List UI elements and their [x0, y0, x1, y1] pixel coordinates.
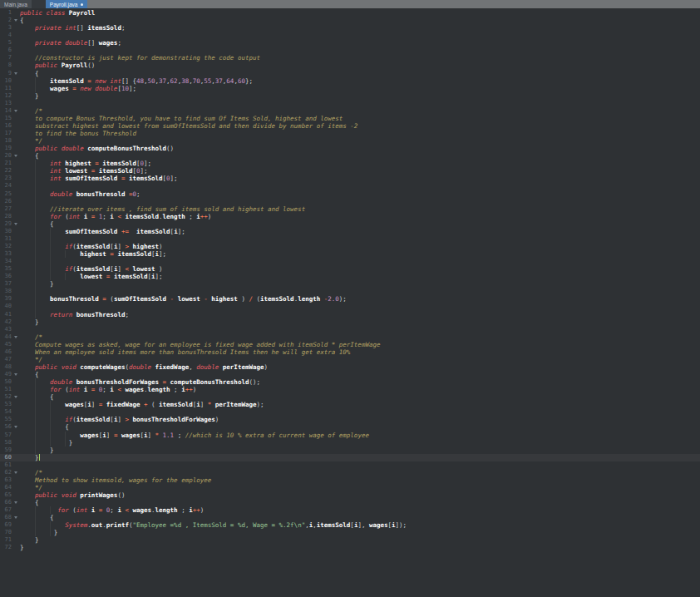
code-line[interactable]: 16substract highest and lowest from sumO… [0, 122, 700, 130]
code-text[interactable]: for (int i = 1; i < itemsSold.length ; i… [20, 213, 700, 220]
code-line[interactable]: 39bonusThresold = (sumOfItemsSold - lowe… [0, 295, 700, 303]
code-line[interactable]: 38 [0, 288, 700, 295]
code-line[interactable]: 19public double computeBonusThreshold() [0, 145, 700, 152]
fold-marker-icon[interactable] [14, 336, 17, 338]
code-line[interactable]: 25double bonusThresold =0; [0, 190, 700, 198]
fold-marker-icon[interactable] [14, 110, 17, 112]
code-text[interactable]: public void computeWages(double fixedWag… [20, 363, 700, 371]
code-text[interactable] [20, 100, 700, 107]
code-line[interactable]: 4 [0, 32, 700, 39]
fold-marker-icon[interactable] [14, 516, 17, 519]
code-text[interactable]: private int[] itemsSold; [20, 24, 700, 32]
code-text[interactable]: for (int i = 0; i < wages.length ; i++) [20, 506, 700, 514]
code-text[interactable]: } [20, 544, 700, 551]
code-line[interactable]: 69System.out.printf("Employee =%d , Item… [0, 521, 700, 529]
code-line[interactable]: 62/* [0, 469, 700, 476]
fold-marker-icon[interactable] [14, 19, 17, 22]
code-text[interactable]: } [20, 439, 700, 447]
code-text[interactable]: } [20, 447, 700, 454]
code-text[interactable]: { [20, 499, 700, 506]
code-line[interactable]: 60} [0, 454, 700, 461]
code-text[interactable]: sumOfItemsSold += itemsSold[i]; [20, 228, 700, 235]
code-line[interactable]: 5private double[] wages; [0, 39, 700, 47]
code-line[interactable]: 42} [0, 318, 700, 326]
code-text[interactable]: int sumOfItemsSold = itemsSold[0]; [20, 175, 700, 182]
code-text[interactable] [20, 47, 700, 54]
code-text[interactable]: public double computeBonusThreshold() [20, 145, 700, 152]
code-line[interactable]: 71} [0, 536, 700, 544]
code-text[interactable]: highest = itemsSold[i]; [20, 250, 700, 258]
code-text[interactable]: */ [20, 137, 700, 145]
code-line[interactable]: 64*/ [0, 484, 700, 491]
code-line[interactable]: 31 [0, 235, 700, 243]
code-text[interactable]: { [20, 393, 700, 401]
code-text[interactable]: to find the bonus Threshold [20, 130, 700, 137]
code-line[interactable]: 28for (int i = 1; i < itemsSold.length ;… [0, 213, 700, 220]
code-text[interactable]: */ [20, 356, 700, 363]
code-text[interactable]: wages = new double[10]; [20, 85, 700, 92]
code-line[interactable]: 53wages[i] = fixedWage + ( itemsSold[i] … [0, 401, 700, 408]
code-text[interactable] [20, 235, 700, 243]
code-text[interactable]: double bonusThresold =0; [20, 190, 700, 198]
code-line[interactable]: 46When an employee sold items more than … [0, 348, 700, 356]
code-line[interactable]: 33highest = itemsSold[i]; [0, 250, 700, 258]
code-line[interactable]: 30sumOfItemsSold += itemsSold[i]; [0, 228, 700, 235]
code-text[interactable]: for (int i = 0; i < wages.length ; i++) [20, 386, 700, 393]
code-text[interactable] [20, 303, 700, 310]
code-line[interactable]: 10itemsSold = new int[] {48,50,37,62,38,… [0, 77, 700, 85]
code-line[interactable]: 36lowest = itemsSold[i]; [0, 273, 700, 280]
code-line[interactable]: 58} [0, 439, 700, 447]
code-line[interactable]: 23int sumOfItemsSold = itemsSold[0]; [0, 175, 700, 182]
code-line[interactable]: 61 [0, 461, 700, 469]
code-line[interactable]: 34 [0, 258, 700, 265]
code-text[interactable]: /* [20, 333, 700, 341]
code-text[interactable]: Compute wages as asked, wage for an empl… [20, 341, 700, 348]
code-line[interactable]: 26 [0, 198, 700, 205]
code-line[interactable]: 2{ [0, 17, 700, 24]
tab-main-java[interactable]: Main.java [0, 0, 32, 8]
code-line[interactable]: 29{ [0, 220, 700, 228]
code-line[interactable]: 12} [0, 92, 700, 100]
code-text[interactable] [20, 461, 700, 469]
code-text[interactable]: Method to show itemsold, wages for the e… [20, 476, 700, 484]
code-line[interactable]: 14/* [0, 107, 700, 115]
fold-marker-icon[interactable] [14, 396, 17, 398]
code-text[interactable]: } [20, 318, 700, 326]
code-line[interactable]: 66{ [0, 499, 700, 506]
code-text[interactable]: When an employee sold items more than bo… [20, 348, 700, 356]
code-text[interactable] [20, 182, 700, 190]
code-text[interactable]: { [20, 371, 700, 378]
code-line[interactable]: 1public class Payroll [0, 9, 700, 17]
code-line[interactable]: 20{ [0, 152, 700, 160]
code-line[interactable]: 49{ [0, 371, 700, 378]
code-line[interactable]: 55if(itemsSold[i] > bonusThresholdForWag… [0, 416, 700, 423]
code-text[interactable]: if(itemsSold[i] > highest) [20, 243, 700, 250]
code-line[interactable]: 70} [0, 529, 700, 536]
code-line[interactable]: 51for (int i = 0; i < wages.length ; i++… [0, 386, 700, 393]
code-line[interactable]: 18*/ [0, 137, 700, 145]
code-line[interactable]: 45Compute wages as asked, wage for an em… [0, 341, 700, 348]
code-text[interactable]: } [20, 536, 700, 544]
code-line[interactable]: 40 [0, 303, 700, 310]
editor-pane[interactable]: 1public class Payroll2{3private int[] it… [0, 8, 700, 597]
code-line[interactable]: 9{ [0, 70, 700, 77]
code-line[interactable]: 50double bonusThresholdForWages = comput… [0, 378, 700, 386]
code-text[interactable]: to compute Bonus Threshold, you have to … [20, 115, 700, 122]
code-text[interactable]: return bonusThresold; [20, 311, 700, 318]
code-text[interactable]: { [20, 423, 700, 431]
code-line[interactable]: 6 [0, 47, 700, 54]
tab-payroll-java[interactable]: Payroll.java [46, 0, 88, 8]
code-line[interactable]: 7//constructor is just kept for demonstr… [0, 54, 700, 62]
code-text[interactable]: int highest = itemsSold[0]; [20, 160, 700, 167]
code-text[interactable]: private double[] wages; [20, 39, 700, 47]
code-text[interactable]: } [20, 92, 700, 100]
code-text[interactable] [20, 288, 700, 295]
code-line[interactable]: 68{ [0, 514, 700, 521]
fold-marker-icon[interactable] [14, 373, 17, 376]
fold-marker-icon[interactable] [14, 501, 17, 504]
code-text[interactable]: public class Payroll [20, 9, 700, 17]
code-line[interactable]: 63Method to show itemsold, wages for the… [0, 476, 700, 484]
code-text[interactable] [20, 198, 700, 205]
code-line[interactable]: 11wages = new double[10]; [0, 85, 700, 92]
code-line[interactable]: 35if(itemsSold[i] < lowest ) [0, 265, 700, 273]
